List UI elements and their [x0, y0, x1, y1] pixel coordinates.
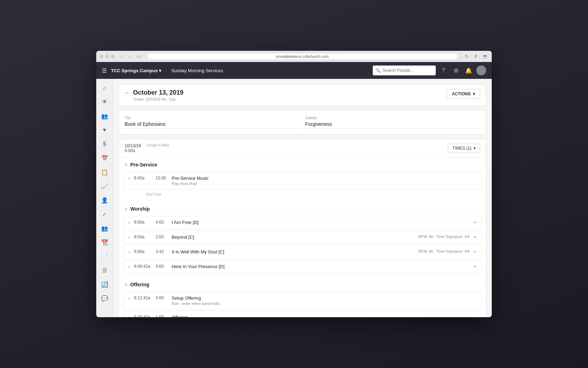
item-note: Play from iPad [172, 182, 477, 186]
item-content: Pre-Service Music Play from iPad [172, 176, 477, 186]
sidebar-item-profile[interactable]: 👤 [98, 194, 111, 206]
item-meta: BPM: 80 · Time Signature: 4/4 [418, 234, 470, 239]
sidebar-item-care[interactable]: ♥ [98, 124, 111, 136]
sidebar-item-groups[interactable]: 👥 [98, 222, 111, 234]
edit-icon[interactable]: ✏ [473, 264, 477, 269]
browser-share-button[interactable]: ⬆ [472, 53, 479, 60]
help-icon[interactable]: ? [439, 66, 448, 75]
sidebar-item-events[interactable]: 📆 [98, 236, 111, 248]
sidebar-item-reports[interactable]: 📋 [98, 166, 111, 178]
back-button[interactable]: ← [125, 90, 130, 96]
offering-title: Offering [130, 282, 149, 287]
settings-icon[interactable]: ⚙ [451, 66, 461, 75]
main-layout: ⌂ 👁 👥 ♥ $ 📅 📋 📈 👤 ✓ 👥 📆 📄 ☰ 🔄 💬 [96, 79, 492, 317]
page-header: ← October 13, 2019 Times: 10/13/19 9a · … [119, 84, 486, 106]
item-content: I Am Free [D] [172, 220, 470, 225]
item-time: 9:04a [134, 234, 152, 239]
worship-title: Worship [130, 206, 150, 212]
worship-item-3: ≡ 9:06a 3:42 It Is Well With My Soul [C]… [123, 245, 482, 259]
times-label: TIMES (1) [452, 146, 471, 151]
browser-address-bar[interactable]: prestabledemo.ccbchurch.com [147, 53, 458, 60]
pre-service-header: ≡ Pre-Service [119, 158, 486, 170]
page-date: October 13, 2019 [133, 89, 183, 96]
worship-drag-icon: ≡ [125, 206, 127, 212]
item-time: 8:45a [134, 176, 152, 180]
worship-header: ≡ Worship [119, 202, 486, 214]
page-times: Times: 10/13/19 9a · 11a [133, 97, 183, 101]
notifications-icon[interactable]: 🔔 [464, 66, 474, 75]
title-field: Title Book of Ephesians [125, 116, 300, 129]
meta-length-item: Length in Mins [147, 143, 169, 153]
edit-icon[interactable]: ✏ [473, 249, 477, 254]
offering-section: ≡ Offering ≡ 9:12:42a 3:00 Setup Offerin… [119, 278, 486, 317]
pre-service-section: ≡ Pre-Service ≡ 8:45a 15:00 Pre-Service … [119, 158, 486, 202]
worship-item-1: ≡ 9:00a 4:00 I Am Free [D] ✏ [123, 216, 482, 229]
sidebar-item-sync[interactable]: 🔄 [98, 278, 111, 291]
nav-search-area: 🔍 ? ⚙ 🔔 [373, 66, 486, 75]
search-wrapper: 🔍 [373, 66, 436, 75]
item-name: Beyond [C] [172, 234, 415, 240]
edit-icon[interactable]: ✏ [473, 234, 477, 240]
actions-label: ACTIONS [452, 91, 471, 96]
item-name: Pre-Service Music [172, 176, 477, 181]
browser-forward-button[interactable]: › [126, 53, 133, 60]
item-time: 9:15:42a [134, 315, 152, 317]
meta-date: 10/13/19 [125, 143, 141, 148]
search-input[interactable] [373, 66, 436, 75]
form-card: Title Book of Ephesians Subtitle Forgive… [119, 110, 486, 135]
item-duration: 4:00 [156, 220, 168, 225]
item-duration: 1:00 [156, 315, 168, 317]
offering-header: ≡ Offering [119, 278, 486, 290]
schedule-card: 10/13/19 9:00a Length in Mins TIMES (1) … [119, 139, 486, 317]
app-container: ☰ TCC Springs Campus ▾ · Sunday Morning … [96, 62, 492, 317]
subtitle-field: Subtitle Forgiveness [305, 116, 480, 129]
item-drag-icon: ≡ [128, 264, 131, 270]
sidebar-item-tasks[interactable]: ✓ [98, 208, 111, 220]
browser-dot-yellow [105, 55, 109, 58]
pre-service-drag-icon: ≡ [125, 162, 127, 168]
avatar[interactable] [476, 66, 486, 75]
campus-selector[interactable]: TCC Springs Campus ▾ [111, 68, 161, 73]
item-time: 9:09:42a [134, 264, 152, 269]
browser-tab-button[interactable]: ▭ [135, 53, 142, 60]
sidebar: ⌂ 👁 👥 ♥ $ 📅 📋 📈 👤 ✓ 👥 📆 📄 ☰ 🔄 💬 [96, 79, 113, 317]
item-meta: BPM: 80 · Time Signature: 4/4 [418, 249, 470, 253]
item-duration: 2:00 [156, 234, 168, 239]
schedule-meta: 10/13/19 9:00a Length in Mins TIMES (1) … [119, 139, 486, 158]
actions-caret-icon: ▾ [473, 91, 475, 96]
sidebar-item-menu[interactable]: ☰ [98, 264, 111, 277]
actions-button[interactable]: ACTIONS ▾ [447, 89, 480, 99]
schedule-meta-times: 10/13/19 9:00a Length in Mins [125, 143, 169, 153]
times-button[interactable]: TIMES (1) ▾ [448, 144, 480, 153]
browser-bar: ‹ › ▭ prestabledemo.ccbchurch.com ↻ ⬆ ⬒ [96, 51, 492, 62]
item-content: Beyond [C] [172, 234, 415, 240]
sidebar-item-analytics[interactable]: 📈 [98, 180, 111, 192]
title-value[interactable]: Book of Ephesians [125, 121, 300, 129]
subtitle-value[interactable]: Forgiveness [305, 121, 480, 129]
sidebar-item-calendar[interactable]: 📅 [98, 152, 111, 164]
browser-screenshot-button[interactable]: ⬒ [481, 53, 488, 60]
pre-service-music-item: ≡ 8:45a 15:00 Pre-Service Music Play fro… [123, 172, 482, 190]
title-label: Title [125, 116, 300, 120]
item-name: It Is Well With My Soul [C] [172, 249, 415, 254]
browser-reload-button[interactable]: ↻ [463, 53, 470, 60]
sidebar-item-giving[interactable]: $ [98, 138, 111, 150]
subtitle-label: Subtitle [305, 116, 480, 120]
sidebar-item-people[interactable]: 👥 [98, 110, 111, 122]
offering-item-2: ≡ 9:15:42a 1:00 Offering [123, 311, 482, 317]
hamburger-menu-button[interactable]: ☰ [102, 67, 107, 74]
sidebar-item-watch[interactable]: 👁 [98, 96, 111, 108]
start-time-label: Start Time [119, 191, 486, 199]
browser-back-button[interactable]: ‹ [118, 53, 125, 60]
worship-item-2: ≡ 9:04a 2:00 Beyond [C] BPM: 80 · Time S… [123, 231, 482, 244]
item-time: 9:00a [134, 220, 152, 225]
worship-item-4: ≡ 9:09:42a 3:00 Here In Your Presence [D… [123, 260, 482, 273]
browser-url: prestabledemo.ccbchurch.com [276, 54, 329, 59]
item-name: Setup Offering [172, 295, 477, 301]
meta-time: 9:00a [125, 148, 135, 153]
sidebar-item-messages[interactable]: 💬 [98, 292, 111, 305]
edit-icon[interactable]: ✏ [473, 220, 477, 225]
sidebar-item-forms[interactable]: 📄 [98, 250, 111, 263]
sidebar-item-home[interactable]: ⌂ [98, 82, 111, 94]
meta-date-item: 10/13/19 9:00a [125, 143, 141, 153]
